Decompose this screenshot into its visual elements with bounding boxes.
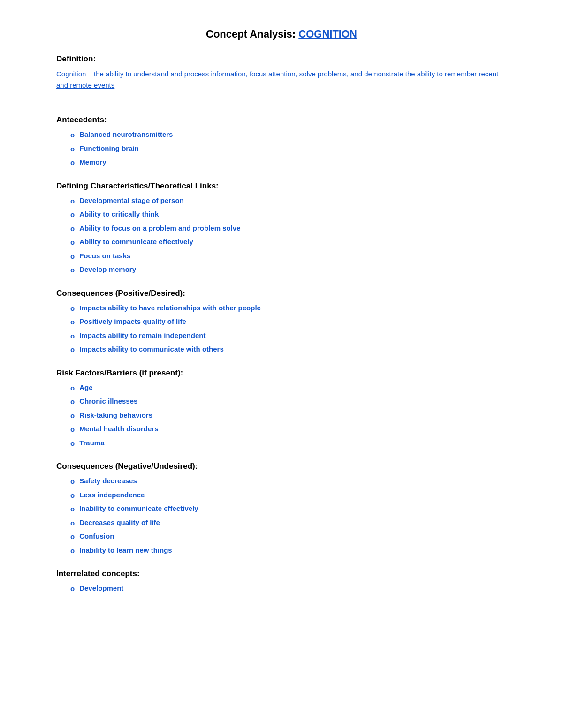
bullet-marker: o <box>70 383 75 394</box>
risk-factors-section: Risk Factors/Barriers (if present): oAge… <box>56 368 507 449</box>
list-item: oSafety decreases <box>70 476 507 487</box>
list-item-text: Developmental stage of person <box>79 195 184 206</box>
list-item: oImpacts ability to communicate with oth… <box>70 344 507 355</box>
bullet-marker: o <box>70 196 75 207</box>
list-item: oLess independence <box>70 490 507 501</box>
defining-characteristics-section: Defining Characteristics/Theoretical Lin… <box>56 181 507 276</box>
consequences-negative-heading: Consequences (Negative/Undesired): <box>56 462 507 471</box>
list-item-text: Develop memory <box>79 264 136 275</box>
title-prefix: Concept Analysis: <box>206 28 298 40</box>
list-item-text: Inability to learn new things <box>79 545 172 556</box>
list-item-text: Age <box>79 383 92 393</box>
definition-heading: Definition: <box>56 54 507 64</box>
bullet-marker: o <box>70 158 75 168</box>
list-item: oAbility to communicate effectively <box>70 237 507 248</box>
list-item: oFocus on tasks <box>70 251 507 262</box>
list-item-text: Mental health disorders <box>79 424 158 435</box>
list-item: oChronic illnesses <box>70 396 507 407</box>
antecedents-heading: Antecedents: <box>56 115 507 125</box>
list-item-text: Ability to focus on a problem and proble… <box>79 223 240 234</box>
bullet-marker: o <box>70 210 75 220</box>
list-item-text: Ability to communicate effectively <box>79 237 193 248</box>
bullet-marker: o <box>70 265 75 276</box>
list-item: oAbility to focus on a problem and probl… <box>70 223 507 234</box>
bullet-marker: o <box>70 303 75 314</box>
bullet-marker: o <box>70 224 75 234</box>
list-item: oPositively impacts quality of life <box>70 316 507 328</box>
list-item-text: Positively impacts quality of life <box>79 316 186 327</box>
bullet-marker: o <box>70 476 75 487</box>
bullet-marker: o <box>70 438 75 449</box>
list-item-text: Functioning brain <box>79 143 139 154</box>
list-item: oFunctioning brain <box>70 143 507 155</box>
list-item: oImpacts ability to remain independent <box>70 330 507 342</box>
list-item-text: Less independence <box>79 490 145 501</box>
list-item: oDecreases quality of life <box>70 518 507 529</box>
list-item: oAge <box>70 383 507 394</box>
bullet-marker: o <box>70 331 75 342</box>
interrelated-section: Interrelated concepts: oDevelopment <box>56 569 507 594</box>
definition-text: Cognition – the ability to understand an… <box>56 68 507 91</box>
page-title: Concept Analysis: COGNITION <box>56 28 507 40</box>
list-item-text: Safety decreases <box>79 476 137 487</box>
bullet-marker: o <box>70 504 75 515</box>
consequences-negative-list: oSafety decreasesoLess independenceoInab… <box>70 476 507 556</box>
list-item-text: Trauma <box>79 438 104 449</box>
bullet-marker: o <box>70 345 75 355</box>
consequences-positive-heading: Consequences (Positive/Desired): <box>56 289 507 298</box>
bullet-marker: o <box>70 411 75 421</box>
list-item-text: Impacts ability to have relationships wi… <box>79 303 261 314</box>
list-item: oInability to learn new things <box>70 545 507 556</box>
list-item: oDevelop memory <box>70 264 507 276</box>
list-item-text: Impacts ability to communicate with othe… <box>79 344 224 355</box>
consequences-positive-list: oImpacts ability to have relationships w… <box>70 303 507 355</box>
list-item: oAbility to critically think <box>70 209 507 220</box>
list-item: oDevelopment <box>70 583 507 594</box>
consequences-positive-section: Consequences (Positive/Desired): oImpact… <box>56 289 507 355</box>
definition-section: Definition: Cognition – the ability to u… <box>56 54 507 91</box>
bullet-marker: o <box>70 130 75 141</box>
antecedents-section: Antecedents: oBalanced neurotransmitters… <box>56 115 507 168</box>
list-item: oDevelopmental stage of person <box>70 195 507 207</box>
bullet-marker: o <box>70 317 75 328</box>
bullet-marker: o <box>70 546 75 556</box>
bullet-marker: o <box>70 532 75 542</box>
bullet-marker: o <box>70 251 75 262</box>
list-item-text: Balanced neurotransmitters <box>79 129 173 140</box>
bullet-marker: o <box>70 490 75 501</box>
list-item: oMemory <box>70 157 507 168</box>
list-item-text: Confusion <box>79 531 114 542</box>
bullet-marker: o <box>70 584 75 594</box>
list-item-text: Impacts ability to remain independent <box>79 330 205 341</box>
list-item: oInability to communicate effectively <box>70 503 507 515</box>
list-item-text: Chronic illnesses <box>79 396 137 407</box>
list-item-text: Inability to communicate effectively <box>79 503 198 514</box>
list-item: oImpacts ability to have relationships w… <box>70 303 507 314</box>
list-item: oTrauma <box>70 438 507 449</box>
consequences-negative-section: Consequences (Negative/Undesired): oSafe… <box>56 462 507 556</box>
title-concept: COGNITION <box>298 28 357 40</box>
bullet-marker: o <box>70 424 75 435</box>
bullet-marker: o <box>70 397 75 407</box>
risk-factors-list: oAgeoChronic illnessesoRisk-taking behav… <box>70 383 507 449</box>
list-item: oConfusion <box>70 531 507 542</box>
interrelated-heading: Interrelated concepts: <box>56 569 507 578</box>
list-item-text: Development <box>79 583 123 594</box>
list-item: oMental health disorders <box>70 424 507 435</box>
defining-char-list: oDevelopmental stage of personoAbility t… <box>70 195 507 276</box>
risk-factors-heading: Risk Factors/Barriers (if present): <box>56 368 507 378</box>
list-item-text: Decreases quality of life <box>79 518 160 528</box>
interrelated-list: oDevelopment <box>70 583 507 594</box>
bullet-marker: o <box>70 237 75 248</box>
bullet-marker: o <box>70 144 75 155</box>
bullet-marker: o <box>70 518 75 529</box>
list-item: oRisk-taking behaviors <box>70 410 507 421</box>
defining-char-heading: Defining Characteristics/Theoretical Lin… <box>56 181 507 191</box>
antecedents-list: oBalanced neurotransmittersoFunctioning … <box>70 129 507 168</box>
list-item-text: Risk-taking behaviors <box>79 410 152 421</box>
list-item: oBalanced neurotransmitters <box>70 129 507 141</box>
list-item-text: Memory <box>79 157 107 168</box>
list-item-text: Ability to critically think <box>79 209 159 220</box>
list-item-text: Focus on tasks <box>79 251 130 262</box>
